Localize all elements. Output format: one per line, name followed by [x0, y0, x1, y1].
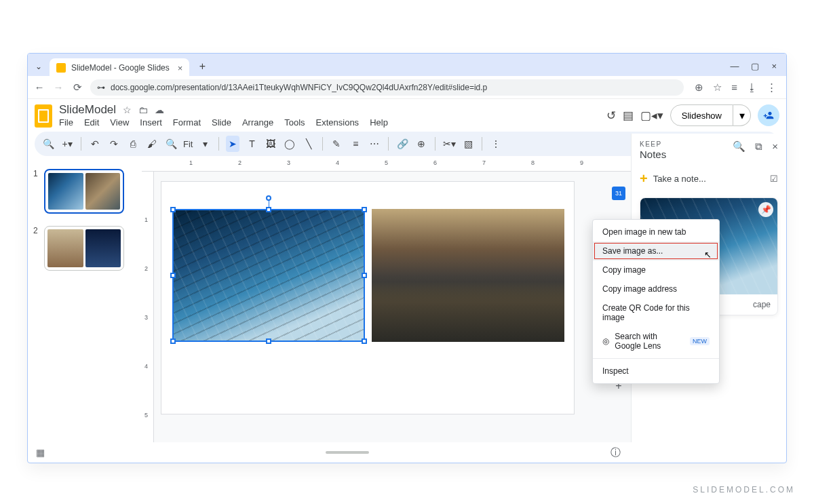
ctx-copy-image[interactable]: Copy image — [593, 260, 719, 279]
back-icon[interactable]: ← — [33, 81, 45, 93]
menu-tools[interactable]: Tools — [284, 117, 305, 128]
resize-handle[interactable] — [170, 338, 176, 344]
ctx-copy-image-address[interactable]: Copy image address — [593, 279, 719, 298]
slide-thumbnail[interactable] — [44, 226, 124, 271]
new-slide-icon[interactable]: +▾ — [60, 136, 74, 152]
keep-label: KEEP — [640, 140, 666, 148]
border-dash-icon[interactable]: ⋯ — [368, 136, 381, 152]
explore-icon[interactable]: ⓘ — [610, 446, 621, 459]
shape-icon[interactable]: ◯ — [283, 136, 296, 152]
cloud-icon[interactable]: ☁ — [155, 104, 164, 115]
border-weight-icon[interactable]: ≡ — [349, 136, 362, 152]
bookmark-icon[interactable]: ☆ — [713, 81, 722, 94]
minimize-icon[interactable]: — — [730, 61, 739, 71]
rotate-handle[interactable] — [266, 195, 271, 201]
reading-list-icon[interactable]: ≡ — [731, 81, 737, 94]
checklist-icon[interactable]: ☑ — [770, 174, 778, 184]
textbox-icon[interactable]: T — [245, 136, 258, 152]
tab-search-icon[interactable]: ⌄ — [32, 60, 45, 73]
slideshow-button[interactable]: Slideshow — [670, 104, 733, 126]
slide-image-selected[interactable] — [172, 209, 365, 342]
pin-icon[interactable]: 📌 — [758, 202, 773, 217]
thumbnail-row[interactable]: 1 — [33, 169, 136, 214]
history-icon[interactable]: ↺ — [606, 109, 616, 123]
redo-icon[interactable]: ↷ — [107, 136, 121, 152]
close-tab-icon[interactable]: × — [178, 63, 183, 73]
menu-file[interactable]: File — [59, 117, 73, 128]
mask-icon[interactable]: ▧ — [461, 136, 475, 152]
chrome-menu-icon[interactable]: ⋮ — [767, 81, 777, 94]
menu-arrange[interactable]: Arrange — [242, 117, 273, 128]
take-note-input[interactable]: + Take a note... ☑ — [640, 171, 778, 187]
menu-bar: File Edit View Insert Format Slide Arran… — [59, 117, 388, 128]
browser-window: ⌄ SlideModel - Google Slides × + — ▢ × ←… — [27, 53, 787, 463]
thumbnail-row[interactable]: 2 — [33, 226, 136, 271]
ctx-inspect[interactable]: Inspect — [593, 362, 719, 381]
menu-insert[interactable]: Insert — [140, 117, 162, 128]
slide-image[interactable] — [372, 209, 564, 342]
comment-add-icon[interactable]: ⊕ — [414, 136, 428, 152]
paint-format-icon[interactable]: 🖌 — [145, 136, 159, 152]
resize-handle[interactable] — [362, 207, 367, 212]
border-color-icon[interactable]: ✎ — [330, 136, 343, 152]
site-info-icon[interactable]: ⊶ — [97, 83, 105, 92]
resize-handle[interactable] — [170, 273, 176, 278]
star-icon[interactable]: ☆ — [123, 104, 132, 115]
line-icon[interactable]: ╲ — [302, 136, 315, 152]
image-icon[interactable]: 🖼 — [264, 136, 277, 152]
slideshow-dropdown[interactable]: ▾ — [733, 104, 751, 126]
slide-thumbnail[interactable] — [44, 169, 124, 214]
more-toolbar-icon[interactable]: ⋮ — [489, 136, 503, 152]
calendar-icon[interactable]: 31 — [612, 187, 625, 200]
zoom-tool-icon[interactable]: 🔍 — [164, 136, 178, 152]
plus-icon: + — [640, 171, 648, 187]
zoom-dropdown-icon[interactable]: ▾ — [198, 136, 212, 152]
move-icon[interactable]: 🗀 — [138, 104, 148, 115]
link-icon[interactable]: 🔗 — [395, 136, 409, 152]
menu-slide[interactable]: Slide — [212, 117, 231, 128]
resize-handle[interactable] — [170, 207, 176, 212]
keep-close-icon[interactable]: × — [772, 140, 778, 153]
doc-title[interactable]: SlideModel — [59, 103, 116, 117]
close-window-icon[interactable]: × — [771, 61, 777, 71]
download-icon[interactable]: ⭳ — [747, 81, 757, 94]
keep-open-icon[interactable]: ⧉ — [755, 140, 762, 153]
notes-drag-handle[interactable] — [326, 451, 369, 454]
ctx-save-image-as[interactable]: Save image as... — [593, 241, 719, 260]
ctx-open-new-tab[interactable]: Open image in new tab — [593, 222, 719, 241]
maximize-icon[interactable]: ▢ — [751, 61, 759, 71]
reload-icon[interactable]: ⟳ — [71, 81, 83, 94]
resize-handle[interactable] — [266, 207, 271, 212]
new-tab-button[interactable]: + — [193, 58, 211, 75]
keep-search-icon[interactable]: 🔍 — [733, 140, 745, 153]
share-button[interactable] — [758, 104, 779, 126]
forward-icon[interactable]: → — [52, 81, 64, 93]
menu-extensions[interactable]: Extensions — [316, 117, 360, 128]
menu-view[interactable]: View — [110, 117, 129, 128]
url-bar[interactable]: ⊶ docs.google.com/presentation/d/13AAei1… — [90, 79, 684, 96]
crop-icon[interactable]: ✂▾ — [442, 136, 456, 152]
menu-edit[interactable]: Edit — [84, 117, 99, 128]
grid-view-icon[interactable]: ▦ — [36, 447, 45, 458]
slides-logo-icon[interactable] — [35, 104, 52, 128]
resize-handle[interactable] — [362, 338, 367, 344]
zoom-icon[interactable]: ⊕ — [695, 81, 703, 94]
slide-canvas[interactable] — [154, 172, 631, 442]
resize-handle[interactable] — [266, 338, 271, 344]
take-note-placeholder: Take a note... — [653, 174, 706, 184]
resize-handle[interactable] — [362, 273, 367, 278]
menu-help[interactable]: Help — [370, 117, 388, 128]
select-tool-icon[interactable]: ➤ — [226, 136, 239, 152]
print-icon[interactable]: ⎙ — [126, 136, 140, 152]
search-menu-icon[interactable]: 🔍 — [41, 136, 55, 152]
undo-icon[interactable]: ↶ — [88, 136, 102, 152]
ctx-google-lens[interactable]: ◎ Search with Google Lens NEW — [593, 327, 719, 355]
meet-icon[interactable]: ▢◂▾ — [640, 109, 663, 123]
slide-thumbnails: 1 2 — [28, 159, 142, 442]
zoom-fit[interactable]: Fit — [183, 139, 193, 149]
canvas-area: 1 2 3 4 5 6 7 8 9 1 2 3 4 5 — [142, 159, 631, 442]
browser-tab[interactable]: SlideModel - Google Slides × — [50, 58, 189, 77]
comments-icon[interactable]: ▤ — [623, 109, 634, 123]
ctx-create-qr[interactable]: Create QR Code for this image — [593, 298, 719, 327]
menu-format[interactable]: Format — [173, 117, 201, 128]
